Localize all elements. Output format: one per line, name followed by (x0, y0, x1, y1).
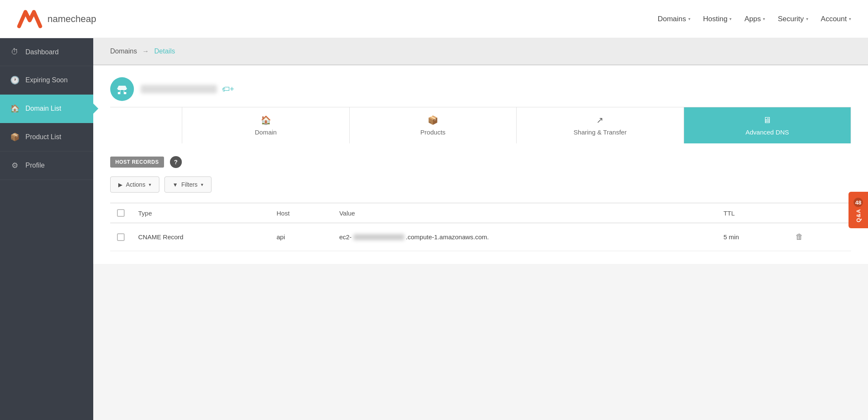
logo-area: namecheap (17, 8, 96, 30)
record-host: api (270, 223, 332, 251)
nav-apps[interactable]: Apps ▾ (744, 15, 765, 23)
main-content: Domains → Details (93, 38, 868, 420)
domain-header: 🏷+ (110, 77, 851, 101)
nav-domains[interactable]: Domains ▾ (658, 15, 690, 23)
qa-badge[interactable]: 48 Q&A (849, 192, 868, 228)
row-checkbox-cell (110, 223, 131, 251)
svg-rect-1 (120, 90, 124, 94)
products-tab-icon: 📦 (428, 115, 438, 125)
dns-tab-icon: 🖥 (763, 115, 771, 125)
col-type: Type (131, 203, 270, 223)
breadcrumb-arrow: → (142, 48, 149, 55)
chevron-down-icon: ▾ (806, 17, 808, 21)
actions-button[interactable]: ▶ Actions ▾ (110, 176, 159, 193)
avatar (110, 77, 134, 101)
action-bar: ▶ Actions ▾ ▼ Filters ▾ (110, 176, 851, 193)
value-blurred (353, 234, 404, 240)
select-all-checkbox[interactable] (117, 209, 125, 217)
delete-record-button[interactable]: 🗑 (792, 231, 807, 243)
box-icon: 📦 (10, 132, 19, 142)
records-table: Type Host Value TTL CNAME Record api (110, 203, 851, 251)
sidebar-item-domain-list[interactable]: 🏠 Domain List (0, 95, 93, 123)
content-area: HOST RECORDS ? ▶ Actions ▾ ▼ Filters ▾ (93, 143, 868, 264)
nav-links: Domains ▾ Hosting ▾ Apps ▾ Security ▾ Ac… (658, 15, 851, 23)
logo-text: namecheap (47, 14, 96, 25)
breadcrumb-current[interactable]: Details (154, 48, 175, 55)
tab-products[interactable]: 📦 Products (350, 107, 517, 143)
domain-card: 🏷+ 🏠 Domain 📦 Products ↗ Sharing & Trans… (93, 65, 868, 143)
select-all-header (110, 203, 131, 223)
chevron-down-icon: ▾ (763, 17, 765, 21)
col-host: Host (270, 203, 332, 223)
sidebar-item-dashboard[interactable]: ⏱ Dashboard (0, 38, 93, 66)
chevron-down-icon: ▾ (688, 17, 690, 21)
domain-name (141, 85, 217, 93)
svg-rect-3 (124, 90, 126, 92)
tag-plus-icon[interactable]: 🏷+ (222, 85, 234, 94)
tab-advanced-dns[interactable]: 🖥 Advanced DNS (684, 107, 851, 143)
table-row: CNAME Record api ec2- .compute-1.amazona… (110, 223, 851, 251)
row-checkbox[interactable] (117, 233, 125, 241)
play-icon: ▶ (118, 182, 122, 188)
value-suffix: .compute-1.amazonaws.com. (406, 233, 489, 241)
qa-label: Q&A (855, 209, 862, 222)
record-delete-cell: 🗑 (785, 223, 851, 251)
svg-rect-2 (118, 90, 120, 92)
tab-sharing[interactable]: ↗ Sharing & Transfer (517, 107, 684, 143)
clock-icon: 🕐 (10, 76, 19, 85)
home-icon: 🏠 (10, 104, 19, 113)
col-value: Value (332, 203, 717, 223)
nav-hosting[interactable]: Hosting ▾ (703, 15, 732, 23)
filters-button[interactable]: ▼ Filters ▾ (164, 176, 211, 193)
record-type: CNAME Record (131, 223, 270, 251)
domain-tab-icon: 🏠 (261, 115, 271, 125)
host-records-badge: HOST RECORDS (110, 157, 164, 168)
sidebar-item-product-list[interactable]: 📦 Product List (0, 123, 93, 151)
section-header: HOST RECORDS ? (110, 156, 851, 168)
sidebar-item-expiring-soon[interactable]: 🕐 Expiring Soon (0, 66, 93, 95)
table-header-row: Type Host Value TTL (110, 203, 851, 223)
nav-security[interactable]: Security ▾ (778, 15, 808, 23)
filter-icon: ▼ (172, 182, 178, 188)
col-actions (785, 203, 851, 223)
sidebar-item-profile[interactable]: ⚙ Profile (0, 151, 93, 180)
domain-name-blurred: 🏷+ (141, 85, 234, 94)
logo-icon (17, 8, 42, 30)
chevron-down-icon: ▾ (729, 17, 732, 21)
qa-count: 48 (854, 198, 863, 207)
record-ttl: 5 min (717, 223, 785, 251)
top-nav: namecheap Domains ▾ Hosting ▾ Apps ▾ Sec… (0, 0, 868, 38)
value-text-prefix: ec2- (339, 233, 351, 241)
breadcrumb: Domains → Details (93, 38, 868, 65)
tab-empty[interactable] (110, 107, 182, 143)
filters-chevron-icon: ▾ (201, 182, 203, 188)
sharing-tab-icon: ↗ (596, 115, 604, 125)
breadcrumb-parent[interactable]: Domains (110, 48, 137, 55)
col-ttl: TTL (717, 203, 785, 223)
actions-chevron-icon: ▾ (149, 182, 151, 188)
chevron-down-icon: ▾ (849, 17, 851, 21)
app-body: ⏱ Dashboard 🕐 Expiring Soon 🏠 Domain Lis… (0, 38, 868, 420)
tabs-row: 🏠 Domain 📦 Products ↗ Sharing & Transfer… (110, 107, 851, 143)
dashboard-icon: ⏱ (10, 48, 19, 56)
help-button[interactable]: ? (170, 156, 182, 168)
record-value: ec2- .compute-1.amazonaws.com. (332, 223, 717, 251)
sidebar: ⏱ Dashboard 🕐 Expiring Soon 🏠 Domain Lis… (0, 38, 93, 420)
nav-account[interactable]: Account ▾ (821, 15, 851, 23)
store-icon (116, 83, 128, 95)
gear-icon: ⚙ (10, 161, 19, 170)
tab-domain[interactable]: 🏠 Domain (182, 107, 349, 143)
